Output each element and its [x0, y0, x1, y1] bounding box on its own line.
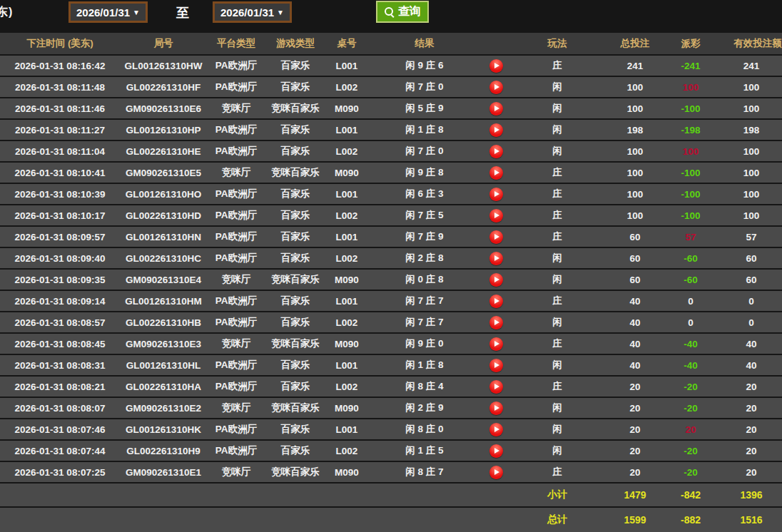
game-type-cell: 百家乐	[265, 312, 325, 332]
play-replay-icon[interactable]	[489, 380, 503, 394]
play-type-cell: 闲	[511, 248, 604, 268]
play-replay-icon[interactable]	[489, 359, 503, 372]
play-type-cell: 庄	[511, 56, 604, 76]
result-cell: 闲 8 庄 4	[368, 377, 481, 397]
date-from-value: 2026/01/31	[76, 6, 130, 19]
play-replay-icon[interactable]	[489, 209, 503, 222]
game-type-cell: 竞咪百家乐	[265, 462, 325, 482]
payout-cell: 100	[666, 77, 715, 97]
play-type-cell: 闲	[511, 312, 604, 332]
play-replay-icon[interactable]	[489, 102, 503, 116]
bet-time-cell: 2026-01-31 08:08:31	[0, 355, 120, 375]
payout-cell: -241	[666, 56, 715, 76]
table-row: 2026-01-31 08:07:46 GL001261310HK PA欧洲厅 …	[0, 419, 782, 439]
play-triangle-icon	[494, 148, 499, 154]
grand-total-row: 总计 1599 -882 1516	[0, 508, 782, 532]
date-from-picker[interactable]: 2026/01/31 ▼	[68, 1, 148, 23]
platform-cell: PA欧洲厅	[207, 205, 265, 225]
total-bet-cell: 100	[604, 163, 666, 183]
payout-cell: -20	[666, 462, 715, 482]
bet-time-cell: 2026-01-31 08:09:57	[0, 227, 120, 247]
payout-cell: -100	[666, 98, 715, 118]
bet-time-cell: 2026-01-31 08:11:48	[0, 77, 120, 97]
play-replay-icon[interactable]	[489, 444, 503, 458]
table-no-cell: L001	[325, 227, 368, 247]
payout-cell: -40	[666, 355, 715, 375]
play-replay-icon[interactable]	[489, 401, 503, 415]
bet-time-cell: 2026-01-31 08:11:04	[0, 141, 120, 161]
game-type-cell: 百家乐	[265, 419, 325, 439]
game-type-cell: 竞咪百家乐	[265, 334, 325, 354]
table-row: 2026-01-31 08:09:14 GL001261310HM PA欧洲厅 …	[0, 291, 782, 311]
play-replay-icon[interactable]	[489, 337, 503, 351]
play-type-cell: 庄	[511, 227, 604, 247]
replay-cell	[481, 141, 511, 161]
play-triangle-icon	[494, 84, 499, 90]
play-replay-icon[interactable]	[489, 273, 503, 287]
platform-cell: PA欧洲厅	[207, 355, 265, 375]
play-triangle-icon	[494, 362, 499, 368]
replay-cell	[481, 334, 511, 354]
play-replay-icon[interactable]	[489, 252, 503, 265]
play-replay-icon[interactable]	[489, 123, 503, 137]
play-replay-icon[interactable]	[489, 423, 503, 436]
play-type-cell: 闲	[511, 141, 604, 161]
betting-records-table: 下注时间 (美东) 局号 平台类型 游戏类型 桌号 结果 玩法 总投注 派彩 有…	[0, 33, 782, 532]
result-cell: 闲 8 庄 0	[368, 419, 481, 439]
replay-cell	[481, 355, 511, 375]
date-to-picker[interactable]: 2026/01/31 ▼	[213, 1, 292, 23]
replay-cell	[481, 419, 511, 439]
play-triangle-icon	[494, 384, 499, 389]
play-replay-icon[interactable]	[489, 295, 503, 308]
round-id-cell: GL002261310H9	[120, 441, 207, 461]
table-no-cell: L002	[325, 441, 368, 461]
subtotal-total-bet: 1479	[604, 484, 666, 506]
round-id-cell: GL001261310HP	[120, 120, 207, 140]
payout-cell: -20	[666, 377, 715, 397]
total-bet-cell: 40	[604, 334, 666, 354]
total-bet-cell: 100	[604, 205, 666, 225]
table-no-cell: L001	[325, 419, 368, 439]
replay-cell	[481, 98, 511, 118]
result-cell: 闲 2 庄 9	[368, 398, 481, 418]
table-no-cell: M090	[325, 462, 368, 482]
bet-time-cell: 2026-01-31 08:09:40	[0, 248, 120, 268]
result-cell: 闲 0 庄 8	[368, 270, 481, 290]
round-id-cell: GL001261310HN	[120, 227, 207, 247]
bet-time-cell: 2026-01-31 08:16:42	[0, 56, 120, 76]
game-type-cell: 百家乐	[265, 248, 325, 268]
bet-time-cell: 2026-01-31 08:08:07	[0, 398, 120, 418]
play-replay-icon[interactable]	[489, 316, 503, 329]
play-triangle-icon	[494, 469, 499, 475]
total-spacer	[0, 508, 511, 532]
play-replay-icon[interactable]	[489, 230, 503, 244]
query-button[interactable]: 查询	[376, 1, 429, 23]
bet-time-cell: 2026-01-31 08:11:27	[0, 120, 120, 140]
payout-cell: 0	[666, 291, 715, 311]
platform-cell: 竞咪厅	[207, 98, 265, 118]
date-range-to-label: 至	[176, 4, 189, 21]
bet-time-cell: 2026-01-31 08:09:14	[0, 291, 120, 311]
result-cell: 闲 7 庄 7	[368, 312, 481, 332]
play-replay-icon[interactable]	[489, 188, 503, 201]
dropdown-arrow-icon: ▼	[133, 9, 140, 16]
game-type-cell: 百家乐	[265, 227, 325, 247]
play-replay-icon[interactable]	[489, 59, 503, 73]
result-cell: 闲 2 庄 8	[368, 248, 481, 268]
platform-cell: 竞咪厅	[207, 270, 265, 290]
play-replay-icon[interactable]	[489, 145, 503, 158]
play-replay-icon[interactable]	[489, 166, 503, 180]
play-replay-icon[interactable]	[489, 466, 503, 479]
round-id-cell: GM090261310E1	[120, 462, 207, 482]
total-bet-cell: 100	[604, 141, 666, 161]
play-replay-icon[interactable]	[489, 81, 503, 94]
total-bet-cell: 20	[604, 398, 666, 418]
bet-time-cell: 2026-01-31 08:08:21	[0, 377, 120, 397]
total-bet-cell: 60	[604, 248, 666, 268]
table-row: 2026-01-31 08:08:57 GL002261310HB PA欧洲厅 …	[0, 312, 782, 332]
play-type-cell: 庄	[511, 291, 604, 311]
table-no-cell: M090	[325, 270, 368, 290]
bet-time-cell: 2026-01-31 08:07:44	[0, 441, 120, 461]
bet-time-cell: 2026-01-31 08:07:25	[0, 462, 120, 482]
column-header-game-type: 游戏类型	[265, 33, 325, 54]
